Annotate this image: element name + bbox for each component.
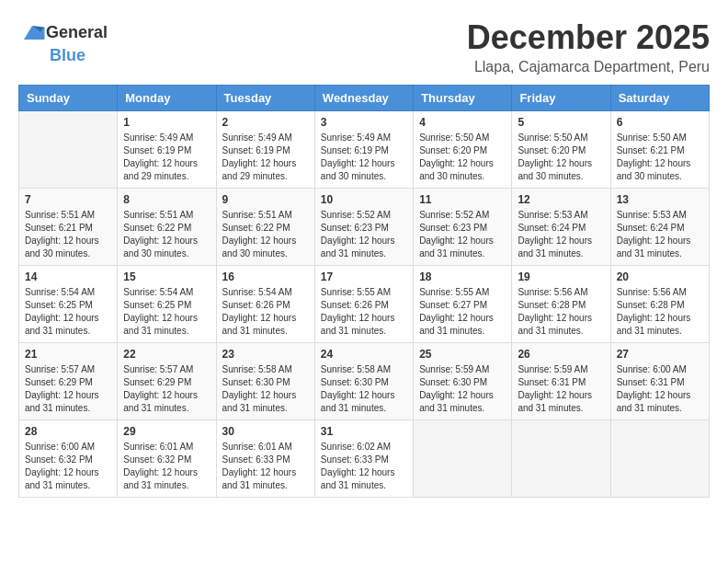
header-monday: Monday [118, 86, 216, 111]
calendar-cell: 29 Sunrise: 6:01 AMSunset: 6:32 PMDaylig… [118, 420, 216, 498]
day-number: 6 [617, 116, 703, 129]
day-number: 31 [321, 425, 407, 438]
day-number: 13 [617, 193, 703, 206]
day-number: 14 [25, 270, 111, 283]
day-number: 25 [419, 348, 506, 361]
day-info: Sunrise: 5:58 AMSunset: 6:30 PMDaylight:… [321, 364, 395, 413]
day-number: 24 [321, 348, 407, 361]
calendar-cell [19, 111, 118, 189]
day-info: Sunrise: 5:55 AMSunset: 6:26 PMDaylight:… [321, 287, 395, 336]
month-title: December 2025 [467, 18, 710, 57]
day-number: 17 [321, 270, 407, 283]
day-number: 28 [25, 425, 111, 438]
calendar-cell: 15 Sunrise: 5:54 AMSunset: 6:25 PMDaylig… [118, 266, 216, 343]
day-info: Sunrise: 6:02 AMSunset: 6:33 PMDaylight:… [321, 442, 395, 490]
calendar-cell [610, 420, 709, 498]
header-saturday: Saturday [610, 86, 709, 111]
calendar-cell: 13 Sunrise: 5:53 AMSunset: 6:24 PMDaylig… [610, 189, 709, 266]
day-number: 4 [419, 116, 506, 129]
calendar-cell: 22 Sunrise: 5:57 AMSunset: 6:29 PMDaylig… [118, 343, 216, 420]
day-number: 18 [419, 270, 506, 283]
calendar-cell: 30 Sunrise: 6:01 AMSunset: 6:33 PMDaylig… [216, 420, 314, 498]
day-number: 22 [123, 348, 210, 361]
day-info: Sunrise: 5:49 AMSunset: 6:19 PMDaylight:… [123, 132, 198, 181]
day-info: Sunrise: 5:51 AMSunset: 6:22 PMDaylight:… [123, 210, 198, 259]
day-info: Sunrise: 5:57 AMSunset: 6:29 PMDaylight:… [123, 364, 198, 413]
day-number: 1 [123, 116, 210, 129]
calendar-cell: 14 Sunrise: 5:54 AMSunset: 6:25 PMDaylig… [19, 266, 118, 343]
day-info: Sunrise: 5:51 AMSunset: 6:21 PMDaylight:… [25, 210, 99, 259]
calendar-cell: 18 Sunrise: 5:55 AMSunset: 6:27 PMDaylig… [414, 266, 512, 343]
week-row-0: 1 Sunrise: 5:49 AMSunset: 6:19 PMDayligh… [19, 111, 710, 189]
day-info: Sunrise: 5:50 AMSunset: 6:20 PMDaylight:… [419, 132, 494, 181]
day-info: Sunrise: 5:52 AMSunset: 6:23 PMDaylight:… [419, 210, 494, 259]
calendar-cell: 21 Sunrise: 5:57 AMSunset: 6:29 PMDaylig… [19, 343, 118, 420]
calendar-cell: 11 Sunrise: 5:52 AMSunset: 6:23 PMDaylig… [414, 189, 512, 266]
calendar-cell: 27 Sunrise: 6:00 AMSunset: 6:31 PMDaylig… [610, 343, 709, 420]
day-info: Sunrise: 5:53 AMSunset: 6:24 PMDaylight:… [518, 210, 592, 259]
header-wednesday: Wednesday [314, 86, 413, 111]
week-row-4: 28 Sunrise: 6:00 AMSunset: 6:32 PMDaylig… [19, 420, 710, 498]
day-info: Sunrise: 5:51 AMSunset: 6:22 PMDaylight:… [222, 210, 297, 259]
calendar-cell: 4 Sunrise: 5:50 AMSunset: 6:20 PMDayligh… [414, 111, 512, 189]
logo-icon [18, 18, 46, 46]
calendar-cell: 23 Sunrise: 5:58 AMSunset: 6:30 PMDaylig… [216, 343, 314, 420]
day-info: Sunrise: 5:54 AMSunset: 6:25 PMDaylight:… [123, 287, 198, 336]
day-number: 11 [419, 193, 506, 206]
day-info: Sunrise: 5:49 AMSunset: 6:19 PMDaylight:… [222, 132, 297, 181]
title-section: December 2025 Llapa, Cajamarca Departmen… [467, 18, 710, 75]
day-info: Sunrise: 5:54 AMSunset: 6:25 PMDaylight:… [25, 287, 99, 336]
calendar-cell: 7 Sunrise: 5:51 AMSunset: 6:21 PMDayligh… [19, 189, 118, 266]
calendar-cell [512, 420, 610, 498]
calendar-cell: 3 Sunrise: 5:49 AMSunset: 6:19 PMDayligh… [314, 111, 413, 189]
day-number: 10 [321, 193, 407, 206]
day-info: Sunrise: 5:50 AMSunset: 6:20 PMDaylight:… [518, 132, 592, 181]
header-sunday: Sunday [19, 86, 118, 111]
day-number: 5 [518, 116, 604, 129]
day-info: Sunrise: 5:59 AMSunset: 6:30 PMDaylight:… [419, 364, 494, 413]
header-thursday: Thursday [414, 86, 512, 111]
logo-general-text: General [46, 23, 108, 42]
day-number: 9 [222, 193, 309, 206]
week-row-1: 7 Sunrise: 5:51 AMSunset: 6:21 PMDayligh… [19, 189, 710, 266]
day-number: 7 [25, 193, 111, 206]
day-info: Sunrise: 5:57 AMSunset: 6:29 PMDaylight:… [25, 364, 99, 413]
day-info: Sunrise: 5:53 AMSunset: 6:24 PMDaylight:… [617, 210, 691, 259]
calendar-cell: 17 Sunrise: 5:55 AMSunset: 6:26 PMDaylig… [314, 266, 413, 343]
week-row-3: 21 Sunrise: 5:57 AMSunset: 6:29 PMDaylig… [19, 343, 710, 420]
day-info: Sunrise: 5:49 AMSunset: 6:19 PMDaylight:… [321, 132, 395, 181]
day-number: 8 [123, 193, 210, 206]
calendar-cell: 1 Sunrise: 5:49 AMSunset: 6:19 PMDayligh… [118, 111, 216, 189]
logo: General Blue [18, 18, 108, 65]
calendar-cell: 20 Sunrise: 5:56 AMSunset: 6:28 PMDaylig… [610, 266, 709, 343]
day-info: Sunrise: 5:58 AMSunset: 6:30 PMDaylight:… [222, 364, 297, 413]
calendar-cell: 10 Sunrise: 5:52 AMSunset: 6:23 PMDaylig… [314, 189, 413, 266]
calendar-cell: 12 Sunrise: 5:53 AMSunset: 6:24 PMDaylig… [512, 189, 610, 266]
weekday-header-row: Sunday Monday Tuesday Wednesday Thursday… [19, 86, 710, 111]
calendar-cell: 31 Sunrise: 6:02 AMSunset: 6:33 PMDaylig… [314, 420, 413, 498]
calendar-cell: 25 Sunrise: 5:59 AMSunset: 6:30 PMDaylig… [414, 343, 512, 420]
logo-blue-text: Blue [50, 46, 85, 65]
day-number: 20 [617, 270, 703, 283]
calendar-cell [414, 420, 512, 498]
day-info: Sunrise: 5:56 AMSunset: 6:28 PMDaylight:… [617, 287, 691, 336]
day-number: 16 [222, 270, 309, 283]
day-number: 23 [222, 348, 309, 361]
calendar-cell: 6 Sunrise: 5:50 AMSunset: 6:21 PMDayligh… [610, 111, 709, 189]
calendar-cell: 2 Sunrise: 5:49 AMSunset: 6:19 PMDayligh… [216, 111, 314, 189]
page-header: General Blue December 2025 Llapa, Cajama… [18, 18, 710, 75]
calendar-cell: 28 Sunrise: 6:00 AMSunset: 6:32 PMDaylig… [19, 420, 118, 498]
day-info: Sunrise: 5:54 AMSunset: 6:26 PMDaylight:… [222, 287, 297, 336]
calendar-cell: 16 Sunrise: 5:54 AMSunset: 6:26 PMDaylig… [216, 266, 314, 343]
calendar-cell: 24 Sunrise: 5:58 AMSunset: 6:30 PMDaylig… [314, 343, 413, 420]
day-number: 21 [25, 348, 111, 361]
day-number: 29 [123, 425, 210, 438]
day-info: Sunrise: 6:00 AMSunset: 6:32 PMDaylight:… [25, 442, 99, 490]
day-number: 27 [617, 348, 703, 361]
day-info: Sunrise: 5:55 AMSunset: 6:27 PMDaylight:… [419, 287, 494, 336]
day-info: Sunrise: 5:50 AMSunset: 6:21 PMDaylight:… [617, 132, 691, 181]
header-tuesday: Tuesday [216, 86, 314, 111]
day-number: 3 [321, 116, 407, 129]
day-info: Sunrise: 5:59 AMSunset: 6:31 PMDaylight:… [518, 364, 592, 413]
calendar-cell: 5 Sunrise: 5:50 AMSunset: 6:20 PMDayligh… [512, 111, 610, 189]
